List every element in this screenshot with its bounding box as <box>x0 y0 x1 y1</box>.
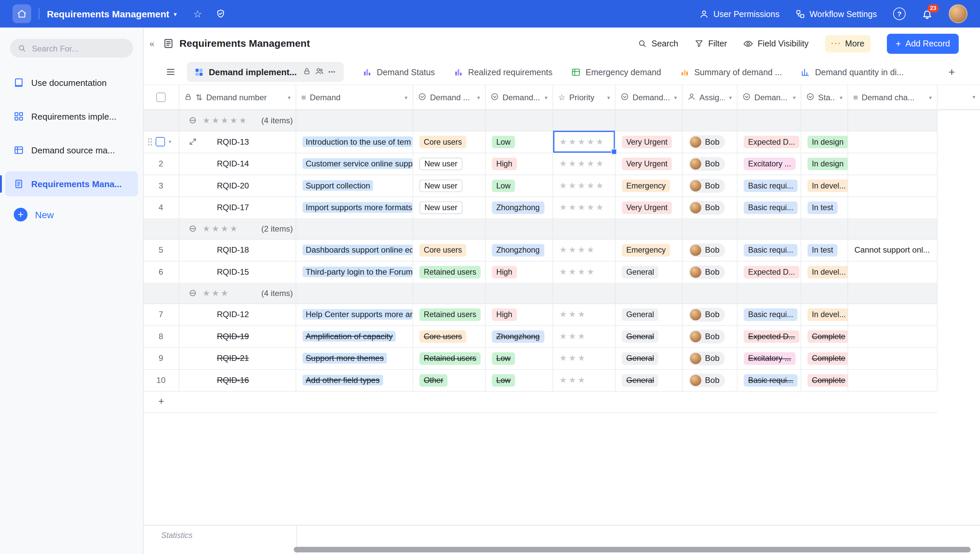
field-visibility-button[interactable]: Field Visibility <box>743 38 809 48</box>
demand-cell[interactable]: Help Center supports more ar <box>296 303 413 326</box>
row-number-cell[interactable]: 8 <box>143 326 180 348</box>
column-header[interactable]: Demand...▾ <box>616 85 682 110</box>
demand-number-cell[interactable]: RQID-19 <box>179 326 296 348</box>
demand-cell[interactable]: Customer service online supp <box>296 153 413 175</box>
demand-number-cell[interactable]: RQID-16 <box>179 369 296 392</box>
chevron-down-icon[interactable]: ▾ <box>929 94 932 101</box>
priority-cell[interactable]: ★★★★★ <box>553 153 616 175</box>
demand-urgency-cell[interactable]: Very Urgent <box>616 196 682 219</box>
star-rating[interactable]: ★★★★ <box>559 246 596 254</box>
status-cell[interactable]: Complete <box>801 347 848 370</box>
demand-number-cell[interactable]: RQID-18 <box>179 239 296 261</box>
demand-type-cell[interactable]: Basic requi... <box>737 239 801 261</box>
assignee-cell[interactable]: Bob <box>682 261 738 283</box>
row-number-cell[interactable]: 3 <box>143 174 180 197</box>
column-header[interactable]: ≡Demand cha...▾ <box>848 85 938 110</box>
demand-user-cell[interactable]: Other <box>413 369 486 392</box>
demand-user-cell[interactable]: Retained users <box>413 347 486 370</box>
status-cell[interactable]: Complete <box>801 369 848 392</box>
chevron-down-icon[interactable]: ▾ <box>477 94 480 101</box>
priority-cell[interactable]: ★★★★★ <box>553 196 616 219</box>
demand-note-cell[interactable] <box>848 303 938 326</box>
star-rating[interactable]: ★★★ <box>559 376 587 384</box>
column-header[interactable]: ≡Demand▾ <box>296 85 413 110</box>
filter-button[interactable]: Filter <box>695 39 727 48</box>
notifications-bell-icon[interactable]: 23 <box>922 8 932 19</box>
user-avatar[interactable] <box>949 4 967 23</box>
chevron-down-icon[interactable]: ▾ <box>404 94 407 101</box>
row-number-cell[interactable]: 2 <box>143 153 180 175</box>
status-cell[interactable]: In devel... <box>801 261 848 283</box>
collaborators-icon[interactable] <box>315 67 323 77</box>
assignee-cell[interactable]: Bob <box>682 303 738 326</box>
chevron-down-icon[interactable]: ▾ <box>545 94 547 101</box>
expand-record-icon[interactable] <box>189 138 197 146</box>
demand-level-cell[interactable]: Zhongzhong <box>486 196 553 219</box>
demand-type-cell[interactable]: Basic requi... <box>737 174 801 197</box>
column-header[interactable]: ⇅Demand number▾ <box>179 85 296 110</box>
chevron-down-icon[interactable]: ▾ <box>793 94 795 101</box>
row-number-cell[interactable]: ▾ <box>143 131 180 153</box>
chevron-down-icon[interactable]: ▾ <box>840 94 843 101</box>
view-tab[interactable]: Summary of demand ... <box>680 67 782 77</box>
demand-urgency-cell[interactable]: General <box>616 347 682 370</box>
demand-type-cell[interactable]: Excitatory ... <box>737 347 801 370</box>
column-header[interactable]: Sta...▾ <box>801 85 848 110</box>
demand-number-cell[interactable]: RQID-21 <box>179 347 296 370</box>
more-button[interactable]: ··· More <box>825 35 870 52</box>
star-rating[interactable]: ★★★ <box>559 310 587 318</box>
demand-urgency-cell[interactable]: General <box>616 261 682 283</box>
row-number-cell[interactable]: 9 <box>143 347 180 370</box>
priority-cell[interactable]: ★★★★★ <box>553 174 616 197</box>
column-header[interactable]: Deman...▾ <box>737 85 801 110</box>
collapse-group-icon[interactable]: ⊖ <box>189 288 197 297</box>
demand-note-cell[interactable] <box>848 153 938 175</box>
demand-urgency-cell[interactable]: Emergency <box>616 174 682 197</box>
row-checkbox[interactable] <box>156 137 165 146</box>
demand-user-cell[interactable]: Core users <box>413 131 486 153</box>
status-cell[interactable]: In design <box>801 153 848 175</box>
column-header[interactable]: ☆Priority▾ <box>553 85 616 110</box>
demand-type-cell[interactable]: Expected D... <box>737 131 801 153</box>
add-view-button[interactable]: + <box>948 65 955 78</box>
tab-more-icon[interactable]: ⋯ <box>328 67 336 76</box>
star-rating[interactable]: ★★★★★ <box>559 137 605 146</box>
demand-note-cell[interactable] <box>848 347 938 370</box>
status-cell[interactable]: In test <box>801 239 848 261</box>
certificate-shield-icon[interactable] <box>216 9 226 19</box>
demand-cell[interactable]: Add other field types <box>296 369 413 392</box>
demand-urgency-cell[interactable]: Very Urgent <box>616 153 682 175</box>
chevron-down-icon[interactable]: ▾ <box>288 94 290 101</box>
demand-user-cell[interactable]: New user <box>413 196 486 219</box>
status-cell[interactable]: Complete <box>801 326 848 348</box>
user-permissions-button[interactable]: User Permissions <box>700 9 780 18</box>
priority-cell[interactable]: ★★★★★ <box>553 131 616 153</box>
priority-cell[interactable]: ★★★ <box>553 303 616 326</box>
demand-level-cell[interactable]: Low <box>486 174 553 197</box>
demand-urgency-cell[interactable]: General <box>616 326 682 348</box>
sidebar-item[interactable]: Demand source ma... <box>5 138 138 163</box>
demand-number-cell[interactable]: RQID-13 <box>179 131 296 153</box>
assignee-cell[interactable]: Bob <box>682 369 738 392</box>
row-number-cell[interactable]: 4 <box>143 196 180 219</box>
demand-cell[interactable]: Amplification of capacity <box>296 326 413 348</box>
demand-urgency-cell[interactable]: General <box>616 303 682 326</box>
demand-type-cell[interactable]: Expected D... <box>737 326 801 348</box>
help-icon[interactable]: ? <box>893 7 905 20</box>
demand-level-cell[interactable]: High <box>486 303 553 326</box>
collapse-group-icon[interactable]: ⊖ <box>189 115 197 125</box>
demand-cell[interactable]: Introduction to the use of tem <box>296 131 413 153</box>
home-button[interactable] <box>12 4 31 23</box>
status-cell[interactable]: In devel... <box>801 174 848 197</box>
sidebar-search[interactable] <box>10 39 133 57</box>
select-all-checkbox[interactable] <box>156 93 165 102</box>
sidebar-search-input[interactable] <box>31 43 121 53</box>
row-number-cell[interactable]: 5 <box>143 239 180 261</box>
search-button[interactable]: Search <box>638 39 678 48</box>
sidebar-item[interactable]: Requirements imple... <box>5 104 138 129</box>
demand-cell[interactable]: Dashboards support online ec <box>296 239 413 261</box>
demand-level-cell[interactable]: High <box>486 261 553 283</box>
assignee-cell[interactable]: Bob <box>682 347 738 370</box>
view-tab[interactable]: Demand Status <box>363 67 435 77</box>
demand-level-cell[interactable]: High <box>486 153 553 175</box>
